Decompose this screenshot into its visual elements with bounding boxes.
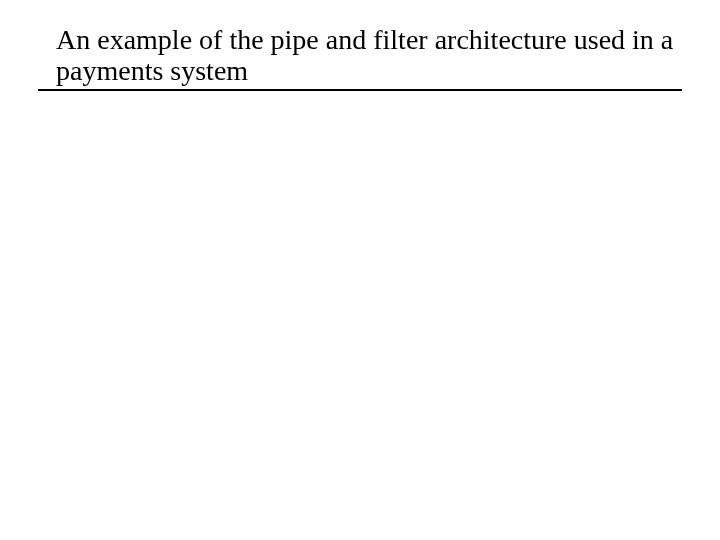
- slide: An example of the pipe and filter archit…: [0, 0, 720, 540]
- title-block: An example of the pipe and filter archit…: [38, 24, 682, 91]
- slide-title: An example of the pipe and filter archit…: [38, 24, 682, 87]
